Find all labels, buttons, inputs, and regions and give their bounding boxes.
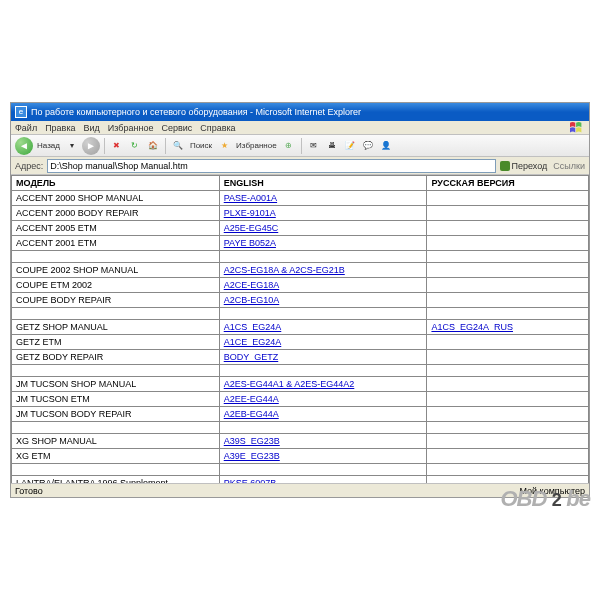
cell-model xyxy=(12,464,220,476)
cell-model: COUPE 2002 SHOP MANUAL xyxy=(12,263,220,278)
link-english[interactable]: A2CS-EG18A & A2CS-EG21B xyxy=(224,265,345,275)
cell-russian xyxy=(427,476,589,484)
table-row: JM TUCSON BODY REPAIRA2EB-EG44A xyxy=(12,407,589,422)
table-row xyxy=(12,251,589,263)
cell-russian xyxy=(427,407,589,422)
table-row: COUPE ETM 2002A2CE-EG18A xyxy=(12,278,589,293)
cell-english: PLXE-9101A xyxy=(219,206,427,221)
cell-russian xyxy=(427,236,589,251)
edit-icon[interactable]: 📝 xyxy=(342,137,358,155)
refresh-icon[interactable]: ↻ xyxy=(127,137,143,155)
cell-model xyxy=(12,251,220,263)
cell-english: BODY_GETZ xyxy=(219,350,427,365)
messenger-icon[interactable]: 👤 xyxy=(378,137,394,155)
chevron-down-icon[interactable]: ▾ xyxy=(64,137,80,155)
table-row: XG ETMA39E_EG23B xyxy=(12,449,589,464)
separator xyxy=(104,138,105,154)
mail-icon[interactable]: ✉ xyxy=(306,137,322,155)
table-row: GETZ BODY REPAIRBODY_GETZ xyxy=(12,350,589,365)
address-bar: Адрес: Переход Ссылки xyxy=(11,157,589,175)
menu-edit[interactable]: Правка xyxy=(45,123,75,133)
table-row: LANTRA/ELANTRA 1996 SupplementPKSE 6007B xyxy=(12,476,589,484)
table-row: XG SHOP MANUALA39S_EG23B xyxy=(12,434,589,449)
menu-file[interactable]: Файл xyxy=(15,123,37,133)
cell-russian xyxy=(427,434,589,449)
link-english[interactable]: PASE-A001A xyxy=(224,193,277,203)
cell-english: A2ES-EG44A1 & A2ES-EG44A2 xyxy=(219,377,427,392)
cell-russian xyxy=(427,422,589,434)
cell-english: PKSE 6007B xyxy=(219,476,427,484)
cell-model: ACCENT 2001 ETM xyxy=(12,236,220,251)
link-english[interactable]: A2CB-EG10A xyxy=(224,295,280,305)
cell-russian xyxy=(427,392,589,407)
search-icon[interactable]: 🔍 xyxy=(170,137,186,155)
print-icon[interactable]: 🖶 xyxy=(324,137,340,155)
cell-model: ACCENT 2005 ETM xyxy=(12,221,220,236)
header-english: ENGLISH xyxy=(219,176,427,191)
cell-russian xyxy=(427,335,589,350)
media-icon[interactable]: ⊕ xyxy=(281,137,297,155)
cell-english: A25E-EG45C xyxy=(219,221,427,236)
cell-english: A39S_EG23B xyxy=(219,434,427,449)
link-english[interactable]: A25E-EG45C xyxy=(224,223,279,233)
cell-english xyxy=(219,464,427,476)
back-button[interactable]: ◄ xyxy=(15,137,33,155)
cell-english xyxy=(219,365,427,377)
cell-english: A2EB-EG44A xyxy=(219,407,427,422)
stop-icon[interactable]: ✖ xyxy=(109,137,125,155)
address-input[interactable] xyxy=(47,159,495,173)
manual-table: МОДЕЛЬ ENGLISH РУССКАЯ ВЕРСИЯ ACCENT 200… xyxy=(11,175,589,483)
link-english[interactable]: A2ES-EG44A1 & A2ES-EG44A2 xyxy=(224,379,355,389)
home-icon[interactable]: 🏠 xyxy=(145,137,161,155)
cell-english: A2CS-EG18A & A2CS-EG21B xyxy=(219,263,427,278)
link-english[interactable]: A2EE-EG44A xyxy=(224,394,279,404)
link-english[interactable]: BODY_GETZ xyxy=(224,352,279,362)
link-english[interactable]: A1CE_EG24A xyxy=(224,337,282,347)
link-english[interactable]: A39E_EG23B xyxy=(224,451,280,461)
link-english[interactable]: PLXE-9101A xyxy=(224,208,276,218)
menu-help[interactable]: Справка xyxy=(200,123,235,133)
table-row: ACCENT 2001 ETMPAYE B052A xyxy=(12,236,589,251)
link-english[interactable]: A2EB-EG44A xyxy=(224,409,279,419)
forward-button: ► xyxy=(82,137,100,155)
link-english[interactable]: A2CE-EG18A xyxy=(224,280,280,290)
link-russian[interactable]: A1CS_EG24A_RUS xyxy=(431,322,513,332)
cell-russian xyxy=(427,377,589,392)
table-row xyxy=(12,308,589,320)
table-row xyxy=(12,464,589,476)
cell-model: XG ETM xyxy=(12,449,220,464)
table-row xyxy=(12,422,589,434)
search-label[interactable]: Поиск xyxy=(188,137,214,155)
window-title: По работе компьютерного и сетевого обору… xyxy=(31,107,361,117)
menu-bar: Файл Правка Вид Избранное Сервис Справка xyxy=(11,121,589,135)
menu-fav[interactable]: Избранное xyxy=(108,123,154,133)
link-english[interactable]: A39S_EG23B xyxy=(224,436,280,446)
cell-russian xyxy=(427,308,589,320)
logo-b: 2 xyxy=(546,491,566,511)
discuss-icon[interactable]: 💬 xyxy=(360,137,376,155)
menu-view[interactable]: Вид xyxy=(84,123,100,133)
content-area: МОДЕЛЬ ENGLISH РУССКАЯ ВЕРСИЯ ACCENT 200… xyxy=(11,175,589,483)
cell-model: XG SHOP MANUAL xyxy=(12,434,220,449)
table-row: COUPE BODY REPAIRA2CB-EG10A xyxy=(12,293,589,308)
separator xyxy=(301,138,302,154)
cell-russian: A1CS_EG24A_RUS xyxy=(427,320,589,335)
cell-model: COUPE ETM 2002 xyxy=(12,278,220,293)
link-english[interactable]: A1CS_EG24A xyxy=(224,322,282,332)
logo-c: be xyxy=(566,486,590,511)
go-button[interactable]: Переход xyxy=(500,161,548,171)
favorites-label[interactable]: Избранное xyxy=(234,137,279,155)
cell-english: A1CS_EG24A xyxy=(219,320,427,335)
table-row: JM TUCSON SHOP MANUALA2ES-EG44A1 & A2ES-… xyxy=(12,377,589,392)
menu-tools[interactable]: Сервис xyxy=(161,123,192,133)
cell-russian xyxy=(427,293,589,308)
cell-english xyxy=(219,422,427,434)
link-english[interactable]: PAYE B052A xyxy=(224,238,276,248)
separator xyxy=(165,138,166,154)
links-label[interactable]: Ссылки xyxy=(553,161,585,171)
table-row: ACCENT 2000 BODY REPAIRPLXE-9101A xyxy=(12,206,589,221)
cell-russian xyxy=(427,464,589,476)
watermark-logo: OBD2be xyxy=(500,486,590,512)
favorites-icon[interactable]: ★ xyxy=(216,137,232,155)
back-label[interactable]: Назад xyxy=(35,137,62,155)
